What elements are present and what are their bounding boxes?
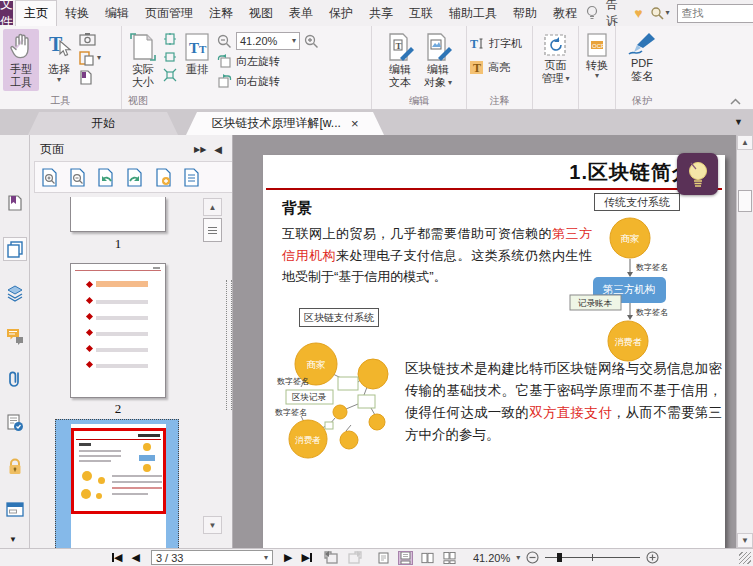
thumbnail-page-3-selected[interactable] <box>55 419 179 548</box>
bookmarks-panel-icon[interactable] <box>3 191 27 215</box>
hand-tool-button[interactable]: 手型 工具 <box>3 29 39 91</box>
rotate-right-button[interactable]: 向右旋转 <box>217 72 319 90</box>
purple-page-icon[interactable] <box>79 70 101 85</box>
signatures-panel-icon[interactable] <box>3 411 27 435</box>
document-scroll-thumb[interactable] <box>738 190 752 212</box>
reflow-button[interactable]: TT 重排 <box>179 29 215 78</box>
rotate-left-button[interactable]: 向左旋转 <box>217 52 319 70</box>
next-view-button[interactable] <box>347 551 362 564</box>
page-rotate-left-icon[interactable] <box>97 168 115 187</box>
zoom-in-button[interactable] <box>646 551 659 564</box>
select-cursor-icon: T <box>44 31 74 63</box>
edit-text-button[interactable]: T 编辑 文本 <box>382 29 418 91</box>
tab-start[interactable]: 开始 <box>28 112 178 135</box>
menu-connect[interactable]: 互联 <box>401 0 441 26</box>
fit-width-icon[interactable] <box>163 32 177 46</box>
window-resize-grip[interactable] <box>739 552 751 564</box>
page-zoom-in-icon[interactable] <box>41 168 58 187</box>
tab-document[interactable]: 区块链技术原理详解[w... × <box>186 112 384 135</box>
signature-label-top: 数字签名 <box>277 377 309 386</box>
menu-share[interactable]: 共享 <box>361 0 401 26</box>
file-menu-button[interactable]: 文件 <box>0 1 13 25</box>
thumbnail-page-2[interactable] <box>70 263 166 398</box>
snapshot-camera-icon[interactable] <box>79 32 101 46</box>
tab-list-icon[interactable]: ▼ <box>734 117 743 127</box>
zoom-rotate-column: 41.20% ▾ 向左旋转 向右旋转 <box>217 29 319 90</box>
fit-page-icon[interactable] <box>163 50 177 64</box>
attachments-panel-icon[interactable] <box>3 367 27 391</box>
page-options-icon[interactable] <box>183 168 200 187</box>
menu-convert[interactable]: 转换 <box>57 0 97 26</box>
page-number-input[interactable]: 3 / 33 ▾ <box>151 550 273 565</box>
menu-page-management[interactable]: 页面管理 <box>137 0 201 26</box>
zoom-in-icon[interactable] <box>304 34 319 49</box>
highlight-button[interactable]: T 高亮 <box>470 58 522 76</box>
menu-help[interactable]: 帮助 <box>505 0 545 26</box>
last-page-button[interactable]: ▶ <box>301 552 311 563</box>
ribbon-group-convert: OCR 转换 ▾ <box>579 26 616 109</box>
find-box[interactable] <box>677 4 753 23</box>
zoom-out-button[interactable] <box>526 551 539 564</box>
menu-view[interactable]: 视图 <box>241 0 281 26</box>
menu-edit[interactable]: 编辑 <box>97 0 137 26</box>
page-rotate-right-icon[interactable] <box>126 168 144 187</box>
first-page-button[interactable]: ◀ <box>112 552 122 563</box>
thumbnail-page-1[interactable] <box>70 197 166 232</box>
thumbnails-scroll-up[interactable]: ▲ <box>203 198 222 216</box>
previous-view-button[interactable] <box>324 551 339 564</box>
convert-button[interactable]: OCR 转换 ▾ <box>581 29 613 82</box>
menu-home[interactable]: 主页 <box>15 0 57 26</box>
page-management-button[interactable]: 页面 管理▾ <box>538 29 572 87</box>
document-view[interactable]: 1.区块链简介 背景 互联网上的贸易，几乎都需要借助可资信赖的第三方信用机构来处… <box>233 135 753 548</box>
zoom-level-input[interactable]: 41.20% ▾ <box>236 32 300 50</box>
panel-splitter[interactable] <box>226 280 232 410</box>
zoom-out-icon[interactable] <box>217 34 232 49</box>
document-scroll-down[interactable]: ▼ <box>737 533 753 548</box>
layers-panel-icon[interactable] <box>3 281 27 305</box>
heart-icon[interactable]: ♥ <box>634 6 642 20</box>
pdf-sign-button[interactable]: PDF 签名 <box>622 29 662 85</box>
facing-layout-button[interactable] <box>420 551 435 565</box>
select-caret-icon: ▾ <box>57 76 61 84</box>
zoom-slider[interactable] <box>545 552 640 563</box>
pdf-sign-label-2: 签名 <box>631 70 653 83</box>
more-panels-icon[interactable]: ▼ <box>9 535 17 544</box>
facing-continuous-layout-button[interactable] <box>442 551 457 565</box>
close-icon[interactable]: × <box>351 117 359 130</box>
pdf-page[interactable]: 1.区块链简介 背景 互联网上的贸易，几乎都需要借助可资信赖的第三方信用机构来处… <box>263 155 725 548</box>
page-zoom-out-icon[interactable] <box>69 168 86 187</box>
ribbon-collapse-icon[interactable] <box>730 98 741 105</box>
menu-accessibility[interactable]: 辅助工具 <box>441 0 505 26</box>
actual-size-button[interactable]: 实际 大小 <box>125 29 161 91</box>
search-icon[interactable]: ▾ <box>650 6 670 20</box>
panel-expand-icon[interactable]: ▶▶ <box>194 145 206 154</box>
fit-visible-icon[interactable] <box>163 68 177 82</box>
menu-tutorial[interactable]: 教程 <box>545 0 585 26</box>
single-page-layout-button[interactable] <box>376 551 391 565</box>
menu-comment[interactable]: 注释 <box>201 0 241 26</box>
find-input[interactable] <box>682 7 753 19</box>
assistant-lightbulb-button[interactable] <box>677 153 718 195</box>
edit-object-button[interactable]: 编辑 对象▾ <box>420 29 456 91</box>
security-panel-icon[interactable] <box>3 454 27 478</box>
typewriter-button[interactable]: T 打字机 <box>470 34 522 52</box>
comments-panel-icon[interactable] <box>3 324 27 348</box>
select-tool-button[interactable]: T 选择 ▾ <box>41 29 77 86</box>
continuous-layout-button[interactable] <box>398 551 413 565</box>
next-page-button[interactable]: ▶ <box>284 552 292 563</box>
thumbnails-scroll-thumb[interactable] <box>203 218 222 242</box>
status-zoom-value[interactable]: 41.20% <box>473 552 510 564</box>
page-add-icon[interactable] <box>155 168 172 187</box>
pages-panel-icon[interactable] <box>3 237 27 261</box>
thumbnail-3-view-rectangle[interactable] <box>71 428 166 514</box>
thumbnails-scroll-down[interactable]: ▼ <box>203 516 222 534</box>
zoom-slider-thumb[interactable] <box>557 553 562 562</box>
previous-page-button[interactable]: ◀ <box>131 552 139 563</box>
menu-protect[interactable]: 保护 <box>321 0 361 26</box>
clipboard-paste-icon[interactable]: ▾ <box>79 50 101 66</box>
fields-panel-icon[interactable] <box>3 497 27 521</box>
menu-form[interactable]: 表单 <box>281 0 321 26</box>
panel-collapse-icon[interactable]: ◀ <box>214 144 222 155</box>
lightbulb-icon[interactable] <box>585 5 599 21</box>
document-scroll-up[interactable]: ▲ <box>737 135 753 150</box>
